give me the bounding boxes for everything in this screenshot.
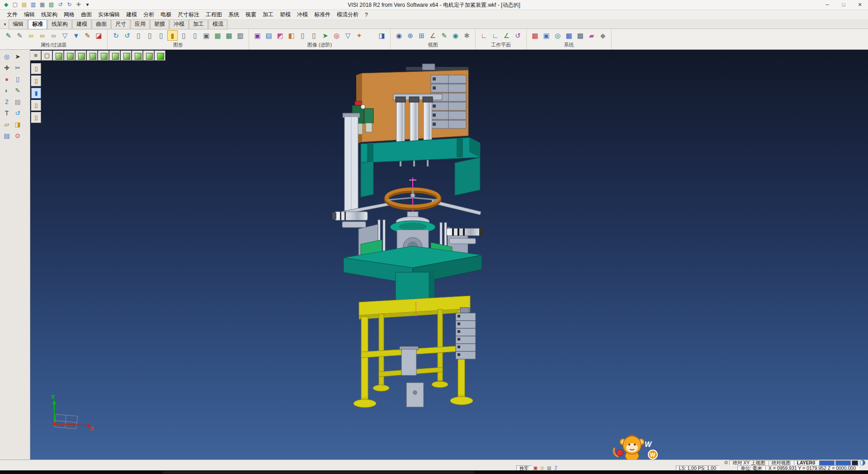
view-bottom-icon[interactable] xyxy=(121,51,132,61)
open-file-icon[interactable]: ▤ xyxy=(20,1,28,9)
customize-qat-icon[interactable]: ▾ xyxy=(83,1,92,9)
tab-dropdown-caret[interactable]: ▾ xyxy=(1,22,9,27)
image-wand-icon[interactable]: ✦ xyxy=(354,30,364,41)
tab-wireframe[interactable]: 线架构 xyxy=(47,19,72,29)
image-cylinder-icon[interactable]: ▯ xyxy=(297,30,308,41)
tab-mold[interactable]: 塑膜 xyxy=(150,19,169,29)
redo-icon[interactable]: ↻ xyxy=(65,1,74,9)
zoom-select-icon[interactable]: ◎ xyxy=(2,52,12,62)
pen-filter-icon[interactable]: ✎ xyxy=(82,30,93,41)
view-camera-icon[interactable]: ◉ xyxy=(394,30,404,41)
tab-moldflow[interactable]: 模流 xyxy=(208,19,227,29)
image-cylinder-2-icon[interactable]: ▯ xyxy=(309,30,319,41)
tab-edit[interactable]: 编辑 xyxy=(9,19,28,29)
menu-surface[interactable]: 曲面 xyxy=(78,9,95,20)
shade-spheres-icon[interactable]: ● xyxy=(2,74,12,84)
close-button[interactable]: ✕ xyxy=(852,0,868,9)
zoom-in-icon[interactable]: ⊕ xyxy=(405,30,415,41)
workplane-xy-icon[interactable]: ∟ xyxy=(479,30,489,41)
select-arrow-icon[interactable]: ➤ xyxy=(13,52,23,62)
view-menu-icon[interactable]: ≡ xyxy=(30,51,41,61)
undo-icon[interactable]: ↺ xyxy=(56,1,65,9)
eye-icon[interactable]: ◉ xyxy=(450,30,461,41)
view-shaded-icon[interactable] xyxy=(155,51,165,61)
view-iso-icon[interactable] xyxy=(53,51,64,61)
menu-machining[interactable]: 加工 xyxy=(259,9,277,20)
tab-die[interactable]: 冲模 xyxy=(170,19,189,29)
maximize-button[interactable]: □ xyxy=(835,0,852,9)
zoom-window-icon[interactable]: ⊞ xyxy=(416,30,427,41)
move-icon[interactable]: ✚ xyxy=(2,63,12,73)
eraser-icon[interactable]: ◪ xyxy=(94,30,104,41)
render-mode-icon[interactable]: ◐ xyxy=(2,85,12,95)
scissors-icon[interactable]: ✂ xyxy=(13,63,23,73)
unlink-attributes-icon[interactable]: ∞ xyxy=(37,30,47,41)
menu-modeling[interactable]: 建模 xyxy=(123,9,140,20)
globe-system-icon[interactable]: ◎ xyxy=(552,30,563,41)
image-funnel-icon[interactable]: ▽ xyxy=(343,30,353,41)
globe-status-icon[interactable] xyxy=(860,460,865,465)
new-file-icon[interactable]: ▢ xyxy=(11,1,19,9)
database-icon[interactable]: ▦ xyxy=(212,30,223,41)
view-front-icon[interactable] xyxy=(75,51,86,61)
tab-modeling[interactable]: 建模 xyxy=(72,19,91,29)
menu-dimension[interactable]: 尺寸标注 xyxy=(175,9,203,20)
find-view-icon[interactable]: ⊙ xyxy=(722,460,729,465)
view-right-icon[interactable] xyxy=(109,51,120,61)
filter-solids-icon[interactable]: ▯ xyxy=(31,63,41,74)
menu-help[interactable]: ? xyxy=(362,10,371,19)
workplane-view-icon[interactable]: ∟ xyxy=(490,30,500,41)
regenerate-icon[interactable]: ↺ xyxy=(122,30,132,41)
view-iso-3-icon[interactable] xyxy=(143,51,154,61)
view-top-icon[interactable] xyxy=(64,51,75,61)
filter-icon[interactable]: ▽ xyxy=(60,30,70,41)
quick-filter-icon[interactable]: ▼ xyxy=(71,30,81,41)
menu-electrode[interactable]: 电极 xyxy=(157,9,175,20)
render-icon[interactable]: ◆ xyxy=(598,30,608,41)
minimize-button[interactable]: ─ xyxy=(819,0,835,9)
print-icon[interactable]: ▦ xyxy=(38,1,47,9)
active-layer-field[interactable]: LAYER0 xyxy=(794,460,818,465)
color-swatch-2[interactable] xyxy=(835,460,851,465)
menu-wireframe[interactable]: 线架构 xyxy=(38,9,61,20)
workplane-reset-icon[interactable]: ↺ xyxy=(513,30,523,41)
tab-application[interactable]: 应用 xyxy=(131,19,150,29)
menu-mesh[interactable]: 网格 xyxy=(61,9,78,20)
view-left-icon[interactable] xyxy=(98,51,109,61)
monitor-icon[interactable]: ▣ xyxy=(541,30,552,41)
tab-standard[interactable]: 标准 xyxy=(28,19,47,29)
image-layers-icon[interactable]: ▤ xyxy=(264,30,274,41)
barcode-icon[interactable]: ▥ xyxy=(235,30,245,41)
menu-file[interactable]: 文件 xyxy=(4,9,21,20)
paint-icon[interactable]: ◨ xyxy=(13,119,23,129)
tab-machining[interactable]: 加工 xyxy=(189,19,208,29)
filter-surfaces-icon[interactable]: ▯ xyxy=(31,76,41,86)
image-capture-icon[interactable]: ▣ xyxy=(252,30,263,41)
measure-icon[interactable]: ∠ xyxy=(428,30,438,41)
menu-analysis[interactable]: 分析 xyxy=(140,9,157,20)
color-grid-icon[interactable]: ▦ xyxy=(530,30,540,41)
image-adjust-icon[interactable]: ◧ xyxy=(286,30,297,41)
color-swatch-1[interactable] xyxy=(819,460,835,465)
layer-move-icon[interactable]: ▯ xyxy=(156,30,166,41)
layer-add-icon[interactable]: ▯ xyxy=(145,30,155,41)
layer-list-icon[interactable]: ▯ xyxy=(133,30,144,41)
menu-moldflow-analysis[interactable]: 模流分析 xyxy=(334,9,362,20)
save-icon[interactable]: ▥ xyxy=(29,1,38,9)
layer-lock-icon[interactable]: ▯ xyxy=(190,30,200,41)
filter-points-icon[interactable]: ▯ xyxy=(31,100,41,111)
menu-window[interactable]: 视窗 xyxy=(242,9,259,20)
image-export-icon[interactable]: ◨ xyxy=(377,30,387,41)
workplane-3pt-icon[interactable]: ∠ xyxy=(501,30,512,41)
cylinder-filter-icon[interactable]: ▯ xyxy=(13,74,23,84)
info-2-icon[interactable]: 2 xyxy=(2,97,12,107)
refresh-small-icon[interactable]: ↺ xyxy=(13,108,23,118)
copy-attributes-icon[interactable]: ∞ xyxy=(48,30,59,41)
view-mode-field[interactable]: 绝对视图 xyxy=(769,460,794,465)
text-icon[interactable]: T xyxy=(2,108,12,118)
grid-dots-icon[interactable]: ▩ xyxy=(575,30,585,41)
menu-edit[interactable]: 编辑 xyxy=(21,9,38,20)
view-blank-icon[interactable]: ▢ xyxy=(42,51,52,61)
plot-icon[interactable]: ▧ xyxy=(47,1,56,9)
tab-surface[interactable]: 曲面 xyxy=(92,19,111,29)
